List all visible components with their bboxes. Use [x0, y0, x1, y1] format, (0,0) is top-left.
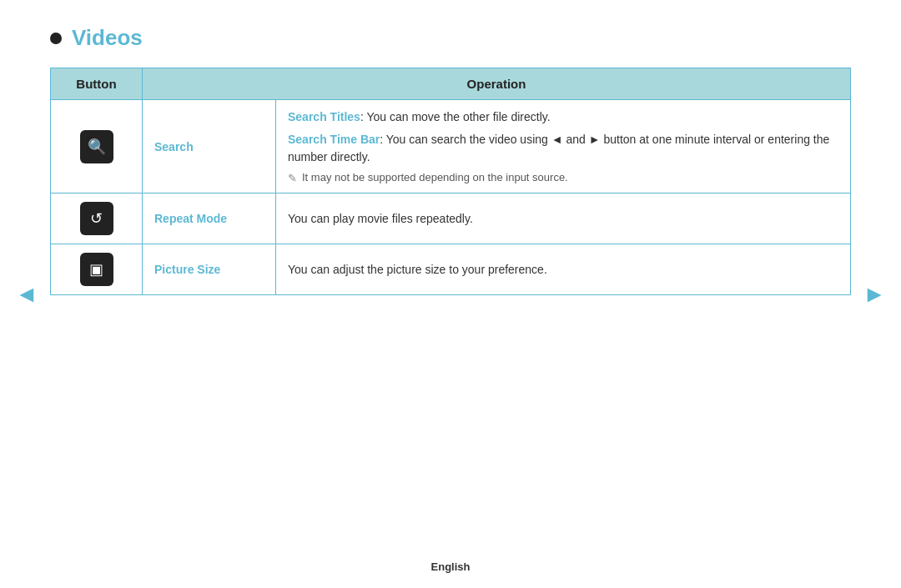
- operation-cell-search: Search Titles: You can move the other fi…: [276, 100, 851, 193]
- search-note: ✎ It may not be supported depending on t…: [288, 171, 838, 184]
- picture-label: Picture Size: [154, 263, 220, 276]
- bullet-dot: [50, 33, 62, 44]
- title-row: Videos: [50, 25, 851, 51]
- footer-text: English: [431, 560, 471, 573]
- label-cell-picture: Picture Size: [143, 244, 276, 295]
- table-header-row: Button Operation: [51, 68, 851, 100]
- col-header-button: Button: [51, 68, 143, 100]
- search-titles-line: Search Titles: You can move the other fi…: [288, 108, 838, 126]
- table-row: ↺ Repeat Mode You can play movie files r…: [51, 193, 851, 244]
- search-titles-text: : You can move the other file directly.: [360, 110, 551, 123]
- table-row: ▣ Picture Size You can adjust the pictur…: [51, 244, 851, 295]
- table-row: 🔍 Search Search Titles: You can move the…: [51, 100, 851, 193]
- operation-cell-picture: You can adjust the picture size to your …: [276, 244, 851, 295]
- picture-operation-text: You can adjust the picture size to your …: [288, 263, 547, 276]
- note-icon: ✎: [288, 172, 297, 184]
- operation-cell-repeat: You can play movie files repeatedly.: [276, 193, 851, 244]
- page-content: Videos Button Operation 🔍 Search: [0, 0, 901, 320]
- button-cell-picture: ▣: [51, 244, 143, 295]
- search-timebar-link: Search Time Bar: [288, 133, 380, 146]
- repeat-label: Repeat Mode: [154, 212, 227, 225]
- note-text: It may not be supported depending on the…: [302, 171, 568, 183]
- repeat-icon: ↺: [80, 202, 113, 235]
- picture-icon: ▣: [80, 253, 113, 286]
- col-header-operation: Operation: [143, 68, 851, 100]
- label-cell-repeat: Repeat Mode: [143, 193, 276, 244]
- nav-left-button[interactable]: ◄: [15, 283, 38, 306]
- search-timebar-line: Search Time Bar: You can search the vide…: [288, 131, 838, 166]
- search-icon: 🔍: [80, 130, 113, 163]
- main-table: Button Operation 🔍 Search Search Titles:…: [50, 68, 851, 295]
- page-title: Videos: [72, 25, 143, 51]
- label-cell-search: Search: [143, 100, 276, 193]
- button-cell-search: 🔍: [51, 100, 143, 193]
- button-cell-repeat: ↺: [51, 193, 143, 244]
- repeat-operation-text: You can play movie files repeatedly.: [288, 212, 473, 225]
- nav-right-button[interactable]: ►: [863, 283, 886, 306]
- search-label: Search: [154, 140, 194, 153]
- search-titles-link: Search Titles: [288, 110, 360, 123]
